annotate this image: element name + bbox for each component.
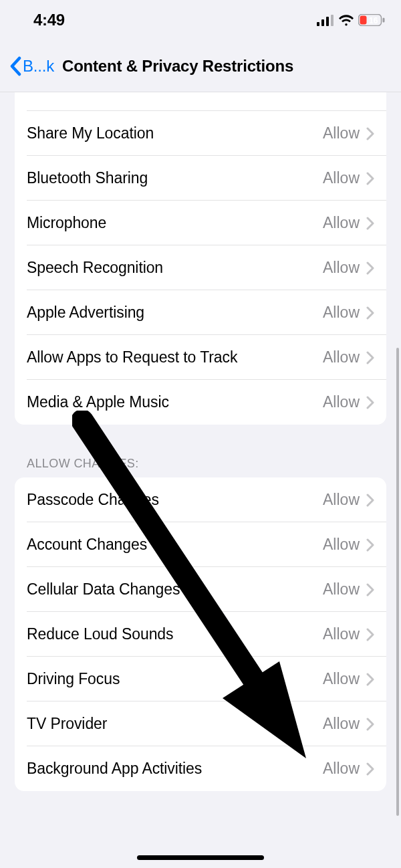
row-label: Share My Location <box>27 124 323 142</box>
row-label: Passcode Changes <box>27 491 323 509</box>
chevron-right-icon <box>366 172 374 185</box>
row-label: Media & Apple Music <box>27 393 323 411</box>
chevron-right-icon <box>366 306 374 320</box>
chevron-right-icon <box>366 494 374 507</box>
svg-rect-3 <box>331 15 333 26</box>
battery-icon: 16 <box>358 14 385 26</box>
chevron-right-icon <box>366 762 374 776</box>
row-media-and-apple-music[interactable]: Media & Apple Music Allow <box>15 380 386 425</box>
row-account-changes[interactable]: Account Changes Allow <box>15 522 386 567</box>
back-label: B...k <box>23 57 54 76</box>
row-label: TV Provider <box>27 715 323 733</box>
chevron-left-icon <box>9 56 21 76</box>
chevron-right-icon <box>366 718 374 731</box>
page-title: Content & Privacy Restrictions <box>62 57 293 76</box>
chevron-right-icon <box>366 351 374 364</box>
row-value: Allow <box>323 304 360 322</box>
row-label: Account Changes <box>27 536 323 554</box>
row-microphone[interactable]: Microphone Allow <box>15 201 386 245</box>
row-label: Driving Focus <box>27 670 323 688</box>
row-value: Allow <box>323 580 360 599</box>
svg-rect-0 <box>317 22 319 26</box>
row-reduce-loud-sounds[interactable]: Reduce Loud Sounds Allow <box>15 612 386 657</box>
status-indicators: 16 <box>317 14 385 26</box>
row-photos[interactable]: Photos Allow <box>15 92 386 111</box>
row-allow-apps-to-request-to-track[interactable]: Allow Apps to Request to Track Allow <box>15 335 386 380</box>
row-driving-focus[interactable]: Driving Focus Allow <box>15 657 386 701</box>
row-label: Apple Advertising <box>27 304 323 322</box>
row-tv-provider[interactable]: TV Provider Allow <box>15 701 386 746</box>
chevron-right-icon <box>366 217 374 230</box>
svg-rect-5 <box>360 16 367 25</box>
row-value: Allow <box>323 393 360 411</box>
row-cellular-data-changes[interactable]: Cellular Data Changes Allow <box>15 567 386 612</box>
svg-rect-6 <box>383 18 385 23</box>
row-value: Allow <box>323 491 360 509</box>
row-label: Cellular Data Changes <box>27 580 323 599</box>
scrollbar[interactable] <box>396 348 399 816</box>
nav-bar: B...k Content & Privacy Restrictions <box>0 40 401 92</box>
chevron-right-icon <box>366 538 374 552</box>
row-share-my-location[interactable]: Share My Location Allow <box>15 111 386 156</box>
row-value: Allow <box>323 625 360 643</box>
svg-rect-2 <box>326 17 329 26</box>
row-passcode-changes[interactable]: Passcode Changes Allow <box>15 477 386 522</box>
row-value: Allow <box>323 760 360 778</box>
row-value: Allow <box>323 536 360 554</box>
back-button[interactable]: B...k <box>5 56 54 76</box>
row-value: Allow <box>323 715 360 733</box>
status-time: 4:49 <box>16 11 65 29</box>
section-header-allow-changes: ALLOW CHANGES: <box>15 425 386 477</box>
status-bar: 4:49 16 <box>0 0 401 40</box>
svg-rect-1 <box>321 19 324 26</box>
cellular-signal-icon <box>317 15 334 26</box>
row-bluetooth-sharing[interactable]: Bluetooth Sharing Allow <box>15 156 386 201</box>
scroll-content[interactable]: Photos Allow Share My Location Allow Blu… <box>0 92 401 791</box>
chevron-right-icon <box>366 628 374 641</box>
row-value: Allow <box>323 670 360 688</box>
chevron-right-icon <box>366 583 374 596</box>
chevron-right-icon <box>366 127 374 140</box>
chevron-right-icon <box>366 396 374 409</box>
row-value: Allow <box>323 214 360 232</box>
row-label: Background App Activities <box>27 760 323 778</box>
row-label: Reduce Loud Sounds <box>27 625 323 643</box>
row-background-app-activities[interactable]: Background App Activities Allow <box>15 746 386 791</box>
row-value: Allow <box>323 259 360 277</box>
home-indicator[interactable] <box>137 855 264 860</box>
chevron-right-icon <box>366 261 374 275</box>
row-label: Speech Recognition <box>27 259 323 277</box>
row-label: Allow Apps to Request to Track <box>27 348 323 366</box>
row-value: Allow <box>323 124 360 142</box>
row-value: Allow <box>323 169 360 187</box>
battery-level-text: 16 <box>369 16 378 25</box>
row-speech-recognition[interactable]: Speech Recognition Allow <box>15 245 386 290</box>
wifi-icon <box>338 14 354 26</box>
row-apple-advertising[interactable]: Apple Advertising Allow <box>15 290 386 335</box>
settings-group-privacy: Photos Allow Share My Location Allow Blu… <box>15 92 386 425</box>
row-label: Bluetooth Sharing <box>27 169 323 187</box>
row-label: Microphone <box>27 214 323 232</box>
chevron-right-icon <box>366 673 374 686</box>
row-value: Allow <box>323 348 360 366</box>
settings-group-allow-changes: Passcode Changes Allow Account Changes A… <box>15 477 386 791</box>
